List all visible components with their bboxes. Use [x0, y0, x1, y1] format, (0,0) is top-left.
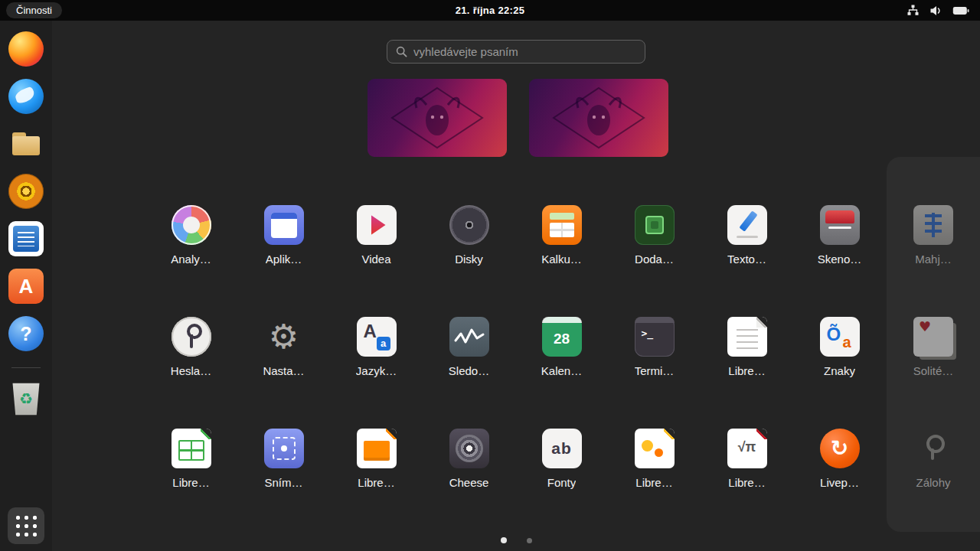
battery-icon: [952, 6, 969, 15]
app-passwords-keys[interactable]: Hesla…: [145, 307, 237, 419]
characters-icon: [820, 317, 860, 357]
app-libreoffice-start[interactable]: Libre…: [701, 307, 793, 419]
next-page-preview-panel[interactable]: Mahj… Solité… Zálohy: [887, 157, 980, 532]
app-applications[interactable]: Aplik…: [237, 195, 330, 307]
disk-usage-analyzer-icon: [172, 205, 211, 245]
dock-item-trash[interactable]: [8, 380, 44, 417]
dock-item-firefox[interactable]: [8, 31, 44, 67]
app-characters[interactable]: Znaky: [793, 307, 886, 419]
terminal-prompt-icon: [635, 317, 675, 357]
libreoffice-draw-icon: [635, 429, 675, 468]
screenshot-selection-icon: [264, 429, 304, 468]
app-label: Videa: [361, 253, 390, 266]
trash-recycle-icon: [8, 381, 44, 416]
app-system-monitor[interactable]: Sledo…: [423, 307, 515, 419]
dock-item-rhythmbox[interactable]: [8, 173, 44, 210]
app-label: Libre…: [728, 364, 765, 377]
app-grid-dots-icon: [14, 514, 39, 539]
dock-item-thunderbird[interactable]: [8, 78, 44, 115]
app-label: Fonty: [547, 476, 577, 489]
calendar-day: 28: [554, 331, 570, 347]
libreoffice-impress-icon: [357, 429, 397, 468]
disks-drive-icon: [449, 205, 489, 245]
wallpaper-kudu-icon: [368, 79, 507, 157]
dock-item-files[interactable]: [8, 126, 44, 162]
app-label: Livep…: [820, 476, 859, 489]
app-disks[interactable]: Disky: [423, 195, 515, 307]
app-text-editor[interactable]: Texto…: [701, 195, 793, 307]
applications-window-icon: [264, 205, 304, 245]
solitaire-card-icon: [913, 317, 953, 357]
app-label: Libre…: [728, 476, 765, 489]
calculator-icon: [542, 205, 582, 245]
app-label: Mahj…: [915, 253, 952, 266]
fonts-ab-icon: [542, 429, 582, 468]
additional-drivers-chip-icon: [635, 205, 675, 245]
app-label: Kalku…: [541, 253, 582, 266]
app-terminal[interactable]: Termi…: [608, 307, 701, 419]
files-folder-icon: [8, 126, 44, 161]
workspace-thumbnail-2[interactable]: [529, 79, 668, 157]
app-mahjongg[interactable]: Mahj…: [887, 205, 980, 266]
dock-separator: [11, 367, 41, 368]
app-language-support[interactable]: Jazyk…: [330, 307, 423, 419]
app-cheese[interactable]: Cheese: [423, 419, 515, 530]
dock-item-libreoffice-writer[interactable]: [8, 220, 44, 257]
page-dot-1[interactable]: [501, 537, 507, 543]
firefox-icon: [8, 31, 44, 67]
app-label: Disky: [455, 253, 483, 266]
libreoffice-calc-icon: [172, 429, 211, 468]
app-screenshot[interactable]: Sním…: [237, 419, 330, 530]
dock: [0, 21, 52, 551]
app-label: Zálohy: [916, 476, 950, 489]
app-grid: Analy… Aplik… Videa Disky Kalku… Doda… T…: [145, 195, 886, 530]
app-solitaire[interactable]: Solité…: [887, 317, 980, 377]
network-icon: [906, 5, 920, 16]
help-question-icon: [8, 316, 44, 351]
dock-item-help[interactable]: [8, 315, 44, 352]
app-libreoffice-impress[interactable]: Libre…: [330, 419, 423, 530]
magnifier-icon: [396, 46, 407, 57]
ubuntu-software-icon: [8, 269, 44, 304]
system-status-area[interactable]: [899, 0, 977, 21]
app-settings[interactable]: Nasta…: [237, 307, 330, 419]
app-label: Doda…: [635, 253, 674, 266]
app-label: Libre…: [172, 476, 209, 489]
videos-play-icon: [357, 205, 397, 245]
search-entry[interactable]: [387, 40, 645, 64]
app-label: Hesla…: [171, 364, 211, 377]
app-videos[interactable]: Videa: [330, 195, 423, 307]
volume-icon: [929, 5, 942, 16]
text-editor-pencil-icon: [727, 205, 767, 245]
backups-pin-icon: [913, 429, 953, 468]
clock[interactable]: 21. října 22:25: [456, 0, 525, 21]
app-additional-drivers[interactable]: Doda…: [608, 195, 701, 307]
app-backups[interactable]: Zálohy: [887, 429, 980, 489]
webcam-lens-icon: [449, 429, 489, 468]
calendar-icon: 28: [542, 317, 582, 357]
workspace-thumbnail-1[interactable]: [368, 79, 507, 157]
app-libreoffice-draw[interactable]: Libre…: [608, 419, 701, 530]
show-apps-button[interactable]: [8, 507, 44, 544]
app-document-scanner[interactable]: Skeno…: [793, 195, 886, 307]
app-calendar[interactable]: 28 Kalen…: [515, 307, 608, 419]
app-fonts[interactable]: Fonty: [515, 419, 608, 530]
app-calculator[interactable]: Kalku…: [515, 195, 608, 307]
app-label: Libre…: [358, 476, 394, 489]
dock-item-ubuntu-software[interactable]: [8, 268, 44, 305]
search-input[interactable]: [413, 45, 636, 58]
page-dot-2[interactable]: [527, 538, 532, 543]
app-label: Sním…: [264, 476, 302, 489]
app-label: Termi…: [635, 364, 675, 377]
livepatch-swirl-icon: [820, 429, 860, 468]
app-label: Libre…: [635, 476, 672, 489]
app-label: Texto…: [727, 253, 766, 266]
settings-gear-icon: [264, 317, 304, 357]
app-disk-usage-analyzer[interactable]: Analy…: [145, 195, 237, 307]
activities-button[interactable]: Činnosti: [6, 2, 62, 18]
app-libreoffice-math[interactable]: Libre…: [701, 419, 793, 530]
page-indicator: [52, 537, 980, 543]
app-libreoffice-calc[interactable]: Libre…: [145, 419, 237, 530]
mahjongg-tile-icon: [913, 205, 953, 245]
app-livepatch[interactable]: Livep…: [793, 419, 886, 530]
